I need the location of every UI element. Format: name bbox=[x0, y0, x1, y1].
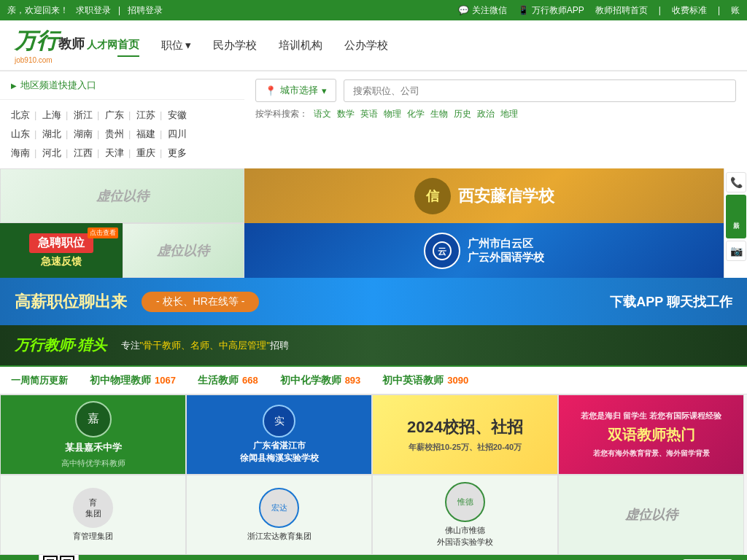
subject-yuwen[interactable]: 语文 bbox=[314, 108, 331, 120]
region-shanghai[interactable]: 上海 bbox=[42, 109, 61, 120]
subject-huaxue[interactable]: 化学 bbox=[407, 108, 425, 120]
big-banner-right: 下载APP 聊天找工作 bbox=[610, 293, 732, 311]
chevron-icon: ▾ bbox=[322, 85, 327, 96]
card8-text: 虚位以待 bbox=[625, 506, 678, 524]
nav-training[interactable]: 培训机构 bbox=[279, 35, 322, 56]
school-card-foshan[interactable]: 惟德 佛山市惟德外国语实验学校 bbox=[372, 475, 558, 555]
region-hebei[interactable]: 河北 bbox=[42, 147, 61, 158]
welcome-text: 亲，欢迎回来！ bbox=[7, 4, 69, 17]
card2-name: 广东省湛江市徐闻县梅溪实验学校 bbox=[240, 440, 319, 464]
bottom-bar: 📍 扫码下载 万行教师 上万行，招聘快，工作好！ bbox=[0, 555, 747, 560]
nav-private-school[interactable]: 民办学校 bbox=[213, 35, 257, 56]
subject-wuli[interactable]: 物理 bbox=[384, 108, 401, 120]
big-banner-mid: - 校长、HR在线等 - bbox=[142, 292, 259, 312]
card5-logo: 育集团 bbox=[73, 488, 113, 528]
employer-login-link[interactable]: 招聘登录 bbox=[128, 4, 163, 17]
gd-banner-inner: 云 广州市白云区 广云外国语学校 bbox=[424, 233, 544, 269]
stat-yingyu[interactable]: 初中英语教师 3090 bbox=[382, 374, 468, 387]
xian-school-banner[interactable]: 信 西安藤信学校 bbox=[244, 168, 724, 223]
app-item[interactable]: 📱 万行教师APP bbox=[518, 4, 584, 17]
region-beijing[interactable]: 北京 bbox=[11, 109, 30, 120]
pricing-link[interactable]: 收费标准 bbox=[672, 4, 707, 17]
region-guizhou[interactable]: 贵州 bbox=[105, 128, 124, 139]
ad-urgent-jobs[interactable]: 急聘职位 急速反馈 点击查看 bbox=[0, 223, 123, 278]
hunter-banner[interactable]: 万行教师·猎头 专注"骨干教师、名师、中高层管理"招聘 bbox=[0, 325, 747, 365]
big-banner[interactable]: 高薪职位聊出来 - 校长、HR在线等 - 下载APP 聊天找工作 bbox=[0, 278, 747, 325]
green-side-button[interactable]: 最新 bbox=[726, 195, 746, 238]
region-hubei[interactable]: 湖北 bbox=[42, 128, 61, 139]
region-anhui[interactable]: 安徽 bbox=[168, 109, 187, 120]
school-card-guangdong[interactable]: 实 广东省湛江市徐闻县梅溪实验学校 bbox=[186, 394, 372, 475]
region-title: 地区频道快捷入口 bbox=[0, 71, 244, 100]
school-cards-grid: 嘉 某县嘉禾中学 高中特优学科教师 实 广东省湛江市徐闻县梅溪实验学校 2024… bbox=[0, 394, 747, 555]
card7-name: 佛山市惟德外国语实验学校 bbox=[437, 525, 493, 548]
nav-public-school[interactable]: 公办学校 bbox=[344, 35, 388, 56]
region-jiangsu[interactable]: 江苏 bbox=[136, 109, 155, 120]
svg-text:云: 云 bbox=[438, 246, 446, 257]
card7-logo: 惟德 bbox=[445, 482, 485, 522]
region-links: 北京| 上海| 浙江| 广东| 江苏| 安徽 山东| 湖北| 湖南| 贵州| 福… bbox=[0, 100, 244, 168]
stat-huaxue[interactable]: 初中化学教师 893 bbox=[280, 374, 361, 387]
seeker-login-link[interactable]: 求职登录 bbox=[76, 4, 111, 17]
region-guangdong[interactable]: 广东 bbox=[105, 109, 124, 120]
region-tianjin[interactable]: 天津 bbox=[105, 147, 124, 158]
phone-icon-sidebar[interactable]: 📞 bbox=[726, 172, 746, 192]
card3-year: 2024校招、社招 bbox=[407, 416, 523, 438]
subject-dili[interactable]: 地理 bbox=[500, 108, 518, 120]
subject-yingyu[interactable]: 英语 bbox=[360, 108, 378, 120]
school-card-bilingual[interactable]: 若您是海归 留学生 若您有国际课程经验 双语教师热门 若您有海外教育背景、海外留… bbox=[558, 394, 744, 475]
sep1: | bbox=[118, 5, 120, 15]
top-bar: 亲，欢迎回来！ 求职登录 | 招聘登录 💬 关注微信 📱 万行教师APP 教师招… bbox=[0, 0, 747, 20]
region-hainan[interactable]: 海南 bbox=[11, 147, 30, 158]
city-search-row: 📍 城市选择 ▾ bbox=[255, 79, 736, 102]
subject-lishi[interactable]: 历史 bbox=[454, 108, 471, 120]
logo-teacher: 教师 bbox=[58, 35, 85, 52]
region-hunan[interactable]: 湖南 bbox=[74, 128, 93, 139]
top-bar-right: 💬 关注微信 📱 万行教师APP 教师招聘首页 | 收费标准 | 账 bbox=[458, 4, 740, 17]
search-input[interactable] bbox=[344, 79, 736, 102]
region-sichuan[interactable]: 四川 bbox=[168, 128, 187, 139]
logo-bottom: job910.com bbox=[15, 56, 117, 64]
subject-shengwu[interactable]: 生物 bbox=[430, 108, 448, 120]
school-card-jiahe[interactable]: 嘉 某县嘉禾中学 高中特优学科教师 bbox=[0, 394, 186, 475]
card1-name: 某县嘉禾中学 bbox=[65, 441, 122, 454]
card6-logo: 宏达 bbox=[259, 488, 299, 528]
region-more[interactable]: 更多 bbox=[168, 147, 187, 158]
region-jiangxi[interactable]: 江西 bbox=[74, 147, 93, 158]
school-card-2024[interactable]: 2024校招、社招 年薪校招10-25万、社招20-40万 bbox=[372, 394, 558, 475]
subject-label: 按学科搜索： bbox=[255, 108, 308, 120]
card3-sub: 年薪校招10-25万、社招20-40万 bbox=[409, 442, 522, 453]
wechat-item[interactable]: 💬 关注微信 bbox=[458, 4, 507, 17]
region-chongqing[interactable]: 重庆 bbox=[136, 147, 155, 158]
stats-label: 一周简历更新 bbox=[11, 374, 68, 387]
logo: 万行 教师 人才网 job910.com bbox=[15, 26, 117, 64]
gd-logo: 云 bbox=[424, 233, 460, 269]
card5-name: 育管理集团 bbox=[73, 531, 113, 542]
logo-talent: 人才网 bbox=[87, 39, 117, 52]
nav-position[interactable]: 职位 ▾ bbox=[161, 39, 191, 52]
guangzhou-school-banner[interactable]: 云 广州市白云区 广云外国语学校 bbox=[244, 223, 724, 278]
ad-area: 虚位以待 急聘职位 急速反馈 点击查看 虚位以待 信 西安藤信学校 bbox=[0, 168, 747, 278]
subject-zhengzhi[interactable]: 政治 bbox=[477, 108, 495, 120]
ad-placeholder-1[interactable]: 虚位以待 bbox=[0, 168, 244, 223]
ad-right-sidebar: 📞 最新 📷 bbox=[724, 168, 747, 278]
school-card-edu-group[interactable]: 育集团 育管理集团 bbox=[0, 475, 186, 555]
xian-school-name: 西安藤信学校 bbox=[458, 185, 554, 207]
region-fujian[interactable]: 福建 bbox=[136, 128, 155, 139]
region-shandong[interactable]: 山东 bbox=[11, 128, 30, 139]
stat-shenghuo[interactable]: 生活教师 668 bbox=[198, 374, 258, 387]
subject-shuxue[interactable]: 数学 bbox=[337, 108, 355, 120]
nav-home[interactable]: 首页 bbox=[117, 34, 139, 57]
ad-placeholder-2[interactable]: 虚位以待 bbox=[123, 223, 245, 278]
region-zhejiang[interactable]: 浙江 bbox=[74, 109, 93, 120]
card4-tag1: 若您是海归 留学生 若您有国际课程经验 bbox=[581, 411, 721, 421]
search-panel: 📍 城市选择 ▾ 按学科搜索： 语文 数学 英语 物理 化学 生物 历史 政治 … bbox=[244, 71, 747, 168]
recruit-home-link[interactable]: 教师招聘首页 bbox=[595, 4, 648, 17]
phone-icon: 📱 bbox=[518, 5, 529, 15]
school-card-hongda[interactable]: 宏达 浙江宏达教育集团 bbox=[186, 475, 372, 555]
qr-icon-sidebar[interactable]: 📷 bbox=[726, 241, 746, 261]
card4-sub: 若您有海外教育背景、海外留学背景 bbox=[593, 448, 710, 459]
city-select-button[interactable]: 📍 城市选择 ▾ bbox=[255, 79, 336, 102]
school-card-placeholder[interactable]: 虚位以待 bbox=[558, 475, 744, 555]
stat-wuli[interactable]: 初中物理教师 1067 bbox=[90, 374, 176, 387]
